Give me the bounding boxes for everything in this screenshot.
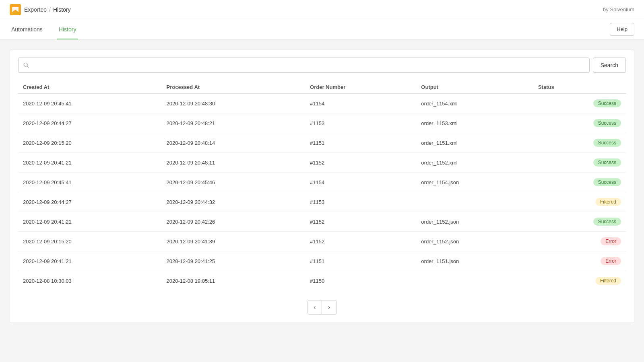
table-row: 2020-12-09 20:15:202020-12-09 20:48:14#1…	[18, 133, 626, 153]
col-header-status: Status	[533, 81, 626, 94]
cell-processed-at: 2020-12-09 20:48:14	[162, 133, 305, 153]
main-content: Search Created At Processed At Order Num…	[0, 39, 644, 362]
cell-status: Success	[533, 94, 626, 113]
cell-created-at: 2020-12-09 20:45:41	[18, 173, 162, 192]
cell-processed-at: 2020-12-08 19:05:11	[162, 271, 305, 291]
table-row: 2020-12-09 20:41:212020-12-09 20:48:11#1…	[18, 153, 626, 173]
cell-status: Success	[533, 133, 626, 153]
cell-order-number[interactable]: #1154	[305, 173, 416, 192]
table-header-row: Created At Processed At Order Number Out…	[18, 81, 626, 94]
cell-created-at: 2020-12-09 20:41:21	[18, 212, 162, 232]
cell-status: Success	[533, 153, 626, 173]
cell-order-number[interactable]: #1150	[305, 271, 416, 291]
content-card: Search Created At Processed At Order Num…	[10, 49, 634, 323]
cell-processed-at: 2020-12-09 20:41:25	[162, 251, 305, 271]
table-row: 2020-12-09 20:45:412020-12-09 20:45:46#1…	[18, 173, 626, 192]
cell-status: Filtered	[533, 271, 626, 291]
top-bar: Exporteo / History by Solvenium	[0, 0, 644, 19]
status-badge: Success	[593, 119, 621, 127]
cell-status: Success	[533, 173, 626, 192]
col-header-created-at: Created At	[18, 81, 162, 94]
cell-processed-at: 2020-12-09 20:45:46	[162, 173, 305, 192]
cell-order-number[interactable]: #1154	[305, 94, 416, 113]
cell-processed-at: 2020-12-09 20:48:30	[162, 94, 305, 113]
cell-status: Success	[533, 212, 626, 232]
table-body: 2020-12-09 20:45:412020-12-09 20:48:30#1…	[18, 94, 626, 291]
cell-processed-at: 2020-12-09 20:48:21	[162, 113, 305, 133]
cell-created-at: 2020-12-09 20:41:21	[18, 153, 162, 173]
breadcrumb-parent: Exporteo	[24, 6, 47, 13]
col-header-processed-at: Processed At	[162, 81, 305, 94]
search-input[interactable]	[32, 62, 584, 68]
status-badge: Success	[593, 158, 621, 167]
cell-processed-at: 2020-12-09 20:44:32	[162, 192, 305, 212]
search-icon	[23, 62, 29, 68]
status-badge: Success	[593, 218, 621, 226]
nav-tabs: Automations History Help	[0, 19, 644, 39]
status-badge: Error	[601, 237, 621, 245]
cell-order-number[interactable]: #1152	[305, 212, 416, 232]
table-row: 2020-12-08 10:30:032020-12-08 19:05:11#1…	[18, 271, 626, 291]
breadcrumb: Exporteo / History	[24, 6, 71, 13]
status-badge: Success	[593, 178, 621, 186]
next-page-button[interactable]: ›	[322, 300, 336, 315]
cell-created-at: 2020-12-09 20:44:27	[18, 113, 162, 133]
table-row: 2020-12-09 20:41:212020-12-09 20:41:25#1…	[18, 251, 626, 271]
breadcrumb-current: History	[53, 6, 71, 13]
cell-output[interactable]: order_1152.json	[416, 212, 533, 232]
cell-created-at: 2020-12-09 20:45:41	[18, 94, 162, 113]
cell-order-number[interactable]: #1151	[305, 133, 416, 153]
cell-order-number[interactable]: #1153	[305, 192, 416, 212]
cell-output	[416, 271, 533, 291]
tab-history[interactable]: History	[57, 20, 78, 39]
status-badge: Filtered	[595, 277, 621, 285]
cell-output[interactable]: order_1152.json	[416, 232, 533, 251]
cell-processed-at: 2020-12-09 20:41:39	[162, 232, 305, 251]
status-badge: Success	[593, 99, 621, 107]
cell-order-number[interactable]: #1152	[305, 153, 416, 173]
tab-automations[interactable]: Automations	[10, 20, 44, 39]
status-badge: Error	[601, 257, 621, 265]
nav-tabs-left: Automations History	[10, 19, 78, 39]
cell-output[interactable]: order_1152.xml	[416, 153, 533, 173]
cell-status: Error	[533, 251, 626, 271]
cell-order-number[interactable]: #1152	[305, 232, 416, 251]
by-label: by Solvenium	[603, 6, 634, 12]
cell-output[interactable]: order_1153.xml	[416, 113, 533, 133]
svg-line-4	[27, 66, 29, 68]
cell-status: Success	[533, 113, 626, 133]
status-badge: Success	[593, 139, 621, 147]
cell-status: Filtered	[533, 192, 626, 212]
table-row: 2020-12-09 20:45:412020-12-09 20:48:30#1…	[18, 94, 626, 113]
cell-processed-at: 2020-12-09 20:48:11	[162, 153, 305, 173]
cell-created-at: 2020-12-09 20:15:20	[18, 232, 162, 251]
status-badge: Filtered	[595, 198, 621, 206]
prev-page-button[interactable]: ‹	[308, 300, 322, 315]
app-logo-icon	[10, 4, 21, 15]
top-bar-left: Exporteo / History	[10, 4, 71, 15]
cell-output	[416, 192, 533, 212]
cell-output[interactable]: order_1154.xml	[416, 94, 533, 113]
search-input-wrap[interactable]	[18, 58, 590, 73]
cell-processed-at: 2020-12-09 20:42:26	[162, 212, 305, 232]
cell-created-at: 2020-12-09 20:44:27	[18, 192, 162, 212]
svg-rect-2	[12, 7, 19, 8]
table-row: 2020-12-09 20:15:202020-12-09 20:41:39#1…	[18, 232, 626, 251]
cell-output[interactable]: order_1154.json	[416, 173, 533, 192]
col-header-order-number: Order Number	[305, 81, 416, 94]
table-head: Created At Processed At Order Number Out…	[18, 81, 626, 94]
cell-output[interactable]: order_1151.xml	[416, 133, 533, 153]
cell-order-number[interactable]: #1151	[305, 251, 416, 271]
search-button[interactable]: Search	[593, 58, 626, 73]
cell-status: Error	[533, 232, 626, 251]
table-row: 2020-12-09 20:41:212020-12-09 20:42:26#1…	[18, 212, 626, 232]
col-header-output: Output	[416, 81, 533, 94]
history-table: Created At Processed At Order Number Out…	[18, 81, 626, 290]
help-button[interactable]: Help	[610, 23, 634, 36]
search-row: Search	[18, 58, 626, 73]
cell-created-at: 2020-12-09 20:15:20	[18, 133, 162, 153]
cell-output[interactable]: order_1151.json	[416, 251, 533, 271]
pagination: ‹ ›	[18, 300, 626, 315]
cell-order-number[interactable]: #1153	[305, 113, 416, 133]
cell-created-at: 2020-12-08 10:30:03	[18, 271, 162, 291]
